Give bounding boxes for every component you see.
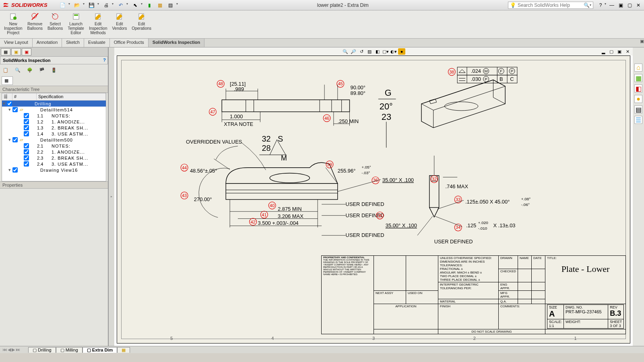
svg-text:43: 43 — [182, 193, 187, 198]
sheet-add-button[interactable]: ▦ — [117, 347, 130, 353]
tree-row[interactable]: ▾▱DetailItem514 — [2, 107, 106, 113]
tool-status-icon[interactable]: 🚦 — [50, 66, 58, 74]
tool-project-icon[interactable]: 📋 — [2, 66, 10, 74]
tree-row[interactable]: 2.43. USE ASTM... — [2, 161, 106, 167]
tab-office-products[interactable]: Office Products — [110, 39, 149, 47]
fm-tab-2[interactable]: ▣ — [11, 48, 21, 56]
help-search[interactable]: 💡 🔍▾ — [508, 2, 593, 9]
sheet-prev-icon[interactable]: ◀ — [8, 347, 11, 352]
tab-solidworks-inspection[interactable]: SolidWorks Inspection — [149, 39, 204, 47]
select-icon[interactable]: ⬉ — [132, 2, 138, 8]
tree-row[interactable]: 2.32. BREAK SH... — [2, 155, 106, 161]
tree-row[interactable]: ▾▱DetailItem500 — [2, 137, 106, 143]
sheet-tab-milling[interactable]: ▢Milling — [56, 347, 83, 353]
help-icon[interactable]: ? — [597, 2, 604, 8]
zoom-area-icon[interactable]: 🔎 — [350, 48, 357, 55]
sheet-next-icon[interactable]: ▶ — [12, 347, 15, 352]
tree-row[interactable]: ▾Drawing View16 — [2, 167, 106, 173]
resources-icon[interactable]: ▦ — [634, 74, 642, 82]
edit-inspection-methods-button[interactable]: Edit Inspection Methods — [89, 12, 107, 35]
edit-vendors-button[interactable]: Edit Vendors — [112, 12, 127, 31]
undo-icon[interactable]: ↶ — [118, 2, 124, 8]
hide-show-icon[interactable]: ▢▾ — [382, 48, 389, 55]
svg-point-47 — [444, 102, 478, 111]
row-checkbox[interactable] — [24, 113, 29, 118]
search-input[interactable] — [518, 2, 582, 8]
tab-sketch[interactable]: Sketch — [62, 39, 84, 47]
fm-tab-3[interactable]: ▣ — [22, 48, 31, 56]
row-checkbox[interactable] — [24, 125, 29, 130]
tool-tree-icon[interactable]: 🌳 — [26, 66, 34, 74]
prev-view-icon[interactable]: ↺ — [358, 48, 365, 55]
search-icon[interactable]: 🔍 — [584, 2, 590, 8]
applied-scene-icon[interactable]: ● — [398, 48, 405, 55]
home-icon[interactable]: ⌂ — [634, 64, 642, 72]
svg-rect-10 — [222, 100, 349, 112]
tree-row[interactable]: 2.1NOTES: — [2, 143, 106, 149]
graphics-area[interactable]: 🔍 🔎 ↺ ▨ ◧ ▢▾ ◐▾ ● ▂ ▢ ▣ ✕ — [114, 47, 633, 346]
forum-icon[interactable]: ☰ — [634, 116, 642, 124]
tree-row[interactable]: 2.21. ANODIZE... — [2, 149, 106, 155]
new-inspection-project-button[interactable]: New Inspection Project — [4, 12, 23, 35]
row-checkbox[interactable] — [24, 143, 29, 148]
maximize-icon[interactable]: ▢ — [626, 2, 633, 8]
open-icon[interactable]: 📂 — [74, 2, 80, 8]
edit-operations-button[interactable]: Edit Operations — [132, 12, 151, 31]
print-icon[interactable]: 🖨 — [103, 2, 109, 8]
tab-annotation[interactable]: Annotation — [33, 39, 62, 47]
win-tile1-icon[interactable]: ▣ — [640, 39, 644, 47]
win-min-icon[interactable]: ▂ — [600, 48, 607, 55]
document-title: lower plate2 - Extra Dim — [178, 2, 508, 8]
scene-icon[interactable]: ◐▾ — [390, 48, 397, 55]
win-rest-icon[interactable]: ▣ — [616, 48, 623, 55]
table-view-tab[interactable]: ▦ — [2, 76, 13, 85]
splitter-handle[interactable] — [109, 47, 114, 346]
row-checkbox[interactable] — [24, 119, 29, 124]
drawing-sheet[interactable]: 48 [25.11] .989 47 1.000 XTRA NOTE 45 90… — [117, 56, 630, 343]
remove-balloons-button[interactable]: Remove Balloons — [27, 12, 43, 31]
sheet-tab-extra-dim[interactable]: ▢Extra Dim — [83, 347, 117, 353]
win-close-icon[interactable]: ✕ — [624, 48, 631, 55]
zoom-fit-icon[interactable]: 🔍 — [342, 48, 349, 55]
row-checkbox[interactable] — [12, 167, 18, 173]
more-icon[interactable]: ▤ — [167, 2, 174, 8]
minimize-icon[interactable]: — — [609, 2, 615, 8]
display-style-icon[interactable]: ◧ — [374, 48, 381, 55]
svg-line-135 — [435, 216, 462, 227]
fm-tab-1[interactable]: ▦ — [1, 48, 10, 56]
sheet-first-icon[interactable]: ⏮ — [2, 347, 7, 352]
launch-template-editor-button[interactable]: Launch Template Editor — [68, 12, 84, 35]
custom-props-icon[interactable]: ▤ — [634, 105, 642, 113]
win-max-icon[interactable]: ▢ — [608, 48, 615, 55]
tree-row[interactable]: 1.32. BREAK SH... — [2, 125, 106, 131]
row-checkbox[interactable] — [24, 161, 29, 167]
new-doc-icon[interactable]: 📄 — [60, 2, 66, 8]
tree-row[interactable]: 1.43. USE ASTM... — [2, 131, 106, 137]
tree-row[interactable]: 1.1NOTES: — [2, 113, 106, 119]
row-checkbox[interactable] — [24, 149, 29, 154]
section-icon[interactable]: ▨ — [366, 48, 373, 55]
row-checkbox[interactable] — [24, 131, 29, 136]
row-checkbox[interactable] — [12, 107, 18, 112]
tab-view-layout[interactable]: View Layout — [0, 39, 33, 47]
tool-zoom-icon[interactable]: 🔍 — [14, 66, 22, 74]
row-checkbox[interactable] — [24, 155, 29, 160]
tool-flag-icon[interactable]: 🏴 — [38, 66, 46, 74]
row-checkbox[interactable] — [12, 137, 18, 142]
view-palette-icon[interactable]: ◧ — [634, 84, 642, 93]
tree-row[interactable]: 1.21. ANODIZE... — [2, 119, 106, 125]
characteristic-tree[interactable]: ☰ #Specification ▾Drilling▾▱DetailItem51… — [2, 93, 106, 181]
appearances-icon[interactable]: ● — [634, 95, 642, 103]
restore-icon[interactable]: ▣ — [617, 2, 624, 8]
sheet-last-icon[interactable]: ⏭ — [16, 347, 20, 352]
rebuild-icon[interactable]: ▮ — [147, 2, 153, 8]
row-checkbox[interactable] — [7, 101, 12, 106]
close-icon[interactable]: ✕ — [635, 2, 642, 8]
tab-evaluate[interactable]: Evaluate — [84, 39, 110, 47]
save-icon[interactable]: 💾 — [89, 2, 95, 8]
panel-help-icon[interactable]: ? — [103, 58, 106, 62]
select-balloons-button[interactable]: Select Balloons — [47, 12, 63, 31]
sheet-tab-drilling[interactable]: ▢Drilling — [28, 347, 56, 353]
options-icon[interactable]: ▦ — [157, 2, 163, 8]
tree-row[interactable]: ▾Drilling — [2, 101, 106, 107]
